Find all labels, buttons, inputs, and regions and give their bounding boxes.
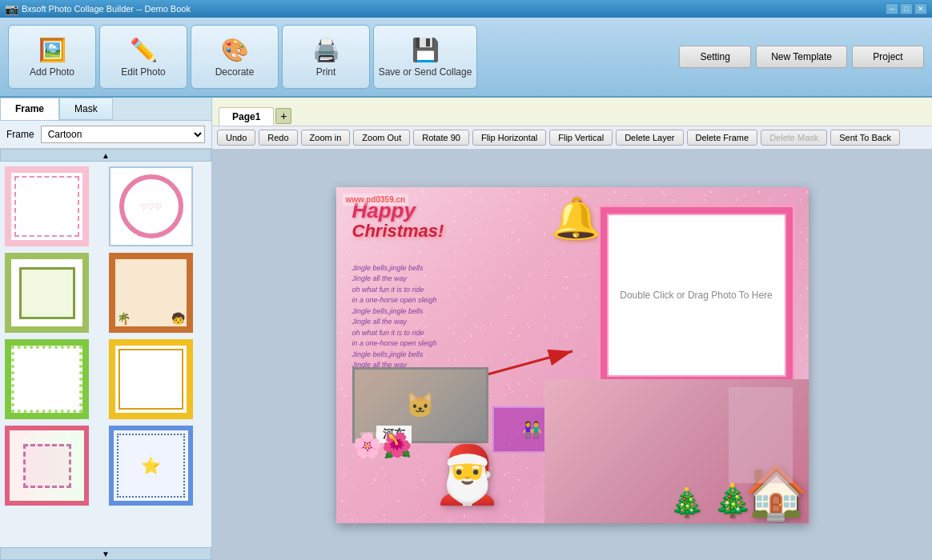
frame-thumb-2[interactable]: ♡♡♡ <box>109 166 193 246</box>
frame-controls: Frame Cartoon <box>0 121 211 149</box>
zoom-out-button[interactable]: Zoom Out <box>353 130 410 146</box>
edit-photo-label: Edit Photo <box>121 66 165 78</box>
frame-label: Frame <box>6 129 34 140</box>
restore-button[interactable]: □ <box>900 3 913 14</box>
collage-canvas: www.pd0359.cn Happy Christmas! Jingle be… <box>336 187 809 523</box>
lyric-line-2: Jingle all the way <box>352 274 437 285</box>
frames-grid: ♡♡♡ 🌴 🧒 <box>5 166 207 506</box>
print-label: Print <box>316 66 336 78</box>
window-title: Bxsoft Photo Collage Builder -- Demo Boo… <box>22 4 191 14</box>
frame-thumb-3[interactable] <box>5 253 89 333</box>
panel-tabs: Frame Mask <box>0 98 211 121</box>
window-controls[interactable]: ─ □ ✕ <box>886 3 927 14</box>
scroll-up-arrow[interactable]: ▲ <box>0 149 211 162</box>
lyric-line-9: Jingle bells,jingle bells <box>352 350 437 361</box>
new-template-button[interactable]: New Template <box>756 46 847 68</box>
rotate-90-button[interactable]: Rotate 90 <box>413 130 469 146</box>
right-panel: Page1 + Undo Redo Zoom in Zoom Out Rotat… <box>212 98 932 560</box>
decorate-icon: 🎨 <box>221 37 249 63</box>
svg-line-1 <box>484 351 572 375</box>
print-icon: 🖨️ <box>312 37 340 63</box>
save-send-button[interactable]: 💾 Save or Send Collage <box>373 25 477 89</box>
add-page-button[interactable]: + <box>275 108 291 124</box>
frame-thumb-5[interactable] <box>5 339 89 419</box>
edit-photo-icon: ✏️ <box>130 37 158 63</box>
frame-category-select[interactable]: Cartoon <box>41 126 205 143</box>
lyric-line-4: in a one-horse open sleigh <box>352 295 437 306</box>
toolbar-right: Setting New Template Project <box>679 46 924 68</box>
photo-frame-area[interactable]: Double Click or Drag Photo To Here <box>601 207 793 383</box>
app-icon: 📷 <box>5 2 18 15</box>
page-tab-1[interactable]: Page1 <box>219 107 274 126</box>
frame-thumb-4[interactable]: 🌴 🧒 <box>109 253 193 333</box>
frame-thumb-1[interactable] <box>5 166 89 246</box>
flip-vertical-button[interactable]: Flip Vertical <box>549 130 613 146</box>
frame-thumb-8[interactable]: ⭐ <box>109 426 193 506</box>
tab-frame[interactable]: Frame <box>0 98 59 120</box>
decorate-button[interactable]: 🎨 Decorate <box>191 25 279 89</box>
watermark: www.pd0359.cn <box>343 194 409 206</box>
bell-decoration: 🔔 <box>551 195 601 242</box>
main-toolbar: 🖼️ Add Photo ✏️ Edit Photo 🎨 Decorate 🖨️… <box>0 18 932 98</box>
winter-scene: 🏠 🎄 🎄 <box>544 379 809 523</box>
add-photo-icon: 🖼️ <box>38 37 66 63</box>
print-button[interactable]: 🖨️ Print <box>282 25 370 89</box>
title-bar-left: 📷 Bxsoft Photo Collage Builder -- Demo B… <box>5 2 191 15</box>
minimize-button[interactable]: ─ <box>886 3 898 14</box>
zoom-in-button[interactable]: Zoom in <box>301 130 351 146</box>
save-send-label: Save or Send Collage <box>379 66 472 78</box>
xmas-title-line2: Christmas! <box>352 222 444 241</box>
photo-placeholder-text: Double Click or Drag Photo To Here <box>620 290 773 301</box>
frames-scroll-container[interactable]: ♡♡♡ 🌴 🧒 <box>0 162 211 547</box>
lyric-line-1: Jingle bells,jingle bells <box>352 263 437 274</box>
add-photo-label: Add Photo <box>30 66 74 78</box>
edit-toolbar: Undo Redo Zoom in Zoom Out Rotate 90 Fli… <box>212 126 932 150</box>
decorate-label: Decorate <box>215 66 255 78</box>
add-photo-button[interactable]: 🖼️ Add Photo <box>8 25 96 89</box>
left-panel: Frame Mask Frame Cartoon ▲ ♡♡♡ <box>0 98 212 560</box>
flip-horizontal-button[interactable]: Flip Horizontal <box>472 130 546 146</box>
lyric-line-7: oh what fun it is to ride <box>352 328 437 339</box>
main-content: Frame Mask Frame Cartoon ▲ ♡♡♡ <box>0 98 932 560</box>
delete-frame-button[interactable]: Delete Frame <box>687 130 758 146</box>
lyric-line-3: oh what fun it is to ride <box>352 285 437 296</box>
scroll-down-arrow[interactable]: ▼ <box>0 547 211 560</box>
page-tabs: Page1 + <box>212 98 932 126</box>
title-bar: 📷 Bxsoft Photo Collage Builder -- Demo B… <box>0 0 932 18</box>
redo-button[interactable]: Redo <box>259 130 297 146</box>
delete-mask-button[interactable]: Delete Mask <box>761 130 827 146</box>
sent-to-back-button[interactable]: Sent To Back <box>830 130 900 146</box>
frame-thumb-6[interactable] <box>109 339 193 419</box>
lyric-line-5: Jingle bells,jingle bells <box>352 306 437 318</box>
delete-layer-button[interactable]: Delete Layer <box>616 130 683 146</box>
tab-mask[interactable]: Mask <box>59 98 113 120</box>
setting-button[interactable]: Setting <box>679 46 751 68</box>
frame-thumb-7[interactable] <box>5 426 89 506</box>
lyric-line-8: in a one-horse open sleigh <box>352 338 437 350</box>
canvas-area[interactable]: www.pd0359.cn Happy Christmas! Jingle be… <box>212 150 932 560</box>
santa-figure: 🎅 <box>432 442 502 507</box>
lyric-line-6: Jingle all the way <box>352 317 437 328</box>
edit-photo-button[interactable]: ✏️ Edit Photo <box>99 25 187 89</box>
close-button[interactable]: ✕ <box>914 3 927 14</box>
flowers-decoration: 🌸🌺 <box>352 431 412 459</box>
undo-button[interactable]: Undo <box>217 130 255 146</box>
save-icon: 💾 <box>412 37 440 63</box>
project-button[interactable]: Project <box>852 46 924 68</box>
